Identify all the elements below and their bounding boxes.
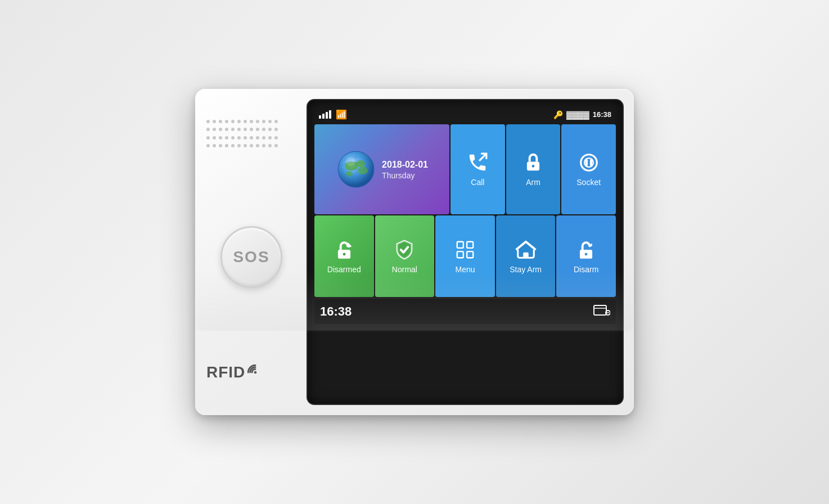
rfid-area: RFID <box>206 363 263 381</box>
arm-tile[interactable]: Arm <box>506 124 561 214</box>
key-icon: 🔑 <box>553 110 563 119</box>
svg-point-3 <box>356 160 365 167</box>
rfid-label: RFID <box>206 363 245 381</box>
socket-icon <box>578 152 600 173</box>
speaker-grille <box>206 120 280 151</box>
status-left: 📶 <box>319 109 347 120</box>
top-row: 2018-02-01 Thursday Call <box>314 124 616 214</box>
device-wrapper: SOS RFID <box>195 89 634 415</box>
status-right: 🔑 ▓▓▓▓ 16:38 <box>553 110 611 119</box>
svg-point-13 <box>532 165 535 168</box>
info-tile: 2018-02-01 Thursday <box>314 124 449 214</box>
socket-tile[interactable]: Socket <box>561 124 616 214</box>
globe-icon <box>336 149 376 190</box>
svg-line-11 <box>479 154 486 161</box>
status-bar: 📶 🔑 ▓▓▓▓ 16:38 <box>314 107 616 122</box>
wifi-icon: 📶 <box>336 109 347 120</box>
svg-point-0 <box>254 371 257 374</box>
status-time: 16:38 <box>593 110 611 119</box>
svg-point-14 <box>580 155 597 171</box>
signal-icon <box>319 110 331 119</box>
svg-point-4 <box>358 166 368 174</box>
arm-lock-icon <box>522 152 544 173</box>
call-icon <box>467 152 488 173</box>
arm-label: Arm <box>526 178 540 187</box>
call-tile[interactable]: Call <box>450 124 505 214</box>
rfid-icon <box>247 364 263 380</box>
call-label: Call <box>471 178 484 187</box>
battery-icon: ▓▓▓▓ <box>566 110 589 119</box>
date-display: 2018-02-01 <box>382 159 428 171</box>
date-info: 2018-02-01 Thursday <box>382 159 428 180</box>
day-display: Thursday <box>382 171 428 180</box>
socket-label: Socket <box>576 178 601 187</box>
svg-point-10 <box>346 157 355 166</box>
